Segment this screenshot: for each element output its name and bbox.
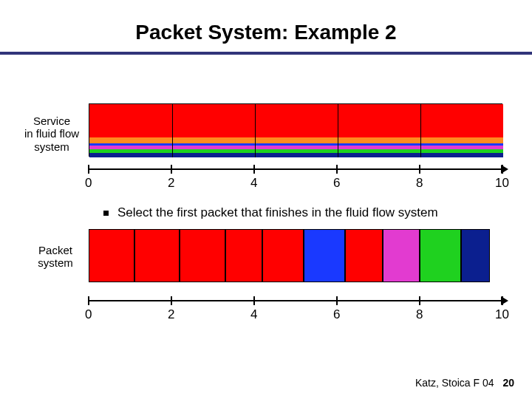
axis-tick-label: 10 xyxy=(495,176,509,191)
divider xyxy=(172,104,173,157)
slide: Packet System: Example 2 Service in flui… xyxy=(0,0,532,399)
axis-tick-label: 0 xyxy=(85,307,92,322)
axis-tick-label: 6 xyxy=(333,307,340,322)
footer: Katz, Stoica F 04 20 xyxy=(415,377,514,389)
fluid-axis: 0246810 xyxy=(89,168,502,170)
tick xyxy=(171,165,172,174)
packet-p7 xyxy=(345,229,382,282)
tick xyxy=(171,296,172,305)
fluid-band-flow-red xyxy=(89,104,503,137)
packet-timeline: 0246810 xyxy=(89,229,502,318)
axis-tick-label: 2 xyxy=(168,307,174,322)
divider xyxy=(420,104,421,157)
axis-tick-label: 6 xyxy=(333,176,340,191)
axis-tick-label: 10 xyxy=(495,307,509,322)
packet-p9 xyxy=(420,229,461,282)
packet-p1 xyxy=(89,229,134,282)
page-number: 20 xyxy=(502,377,514,389)
tick xyxy=(88,165,89,174)
tick xyxy=(419,165,420,174)
axis-tick-label: 0 xyxy=(85,176,92,191)
tick xyxy=(502,165,503,174)
axis-tick-label: 2 xyxy=(168,176,174,191)
bullet-icon xyxy=(103,211,109,216)
divider xyxy=(338,104,338,157)
axis-tick-label: 8 xyxy=(416,307,423,322)
packet-p6 xyxy=(304,229,345,282)
packet-axis: 0246810 xyxy=(89,300,502,301)
tick xyxy=(253,296,255,305)
bullet-text: Select the first packet that finishes in… xyxy=(103,205,438,220)
fluid-band-flow-navy xyxy=(89,153,503,157)
axis-tick-label: 4 xyxy=(250,307,257,322)
packet-row-label: Packet system xyxy=(30,244,81,270)
tick xyxy=(336,296,338,305)
fluid-timeline: 0246810 xyxy=(89,103,502,185)
bullet-label: Select the first packet that finishes in… xyxy=(117,205,438,219)
footer-text: Katz, Stoica F 04 xyxy=(415,377,494,389)
divider xyxy=(255,104,256,157)
packet-p10 xyxy=(461,229,490,282)
packet-track xyxy=(89,229,502,282)
page-title: Packet System: Example 2 xyxy=(0,0,532,44)
packet-p5 xyxy=(262,229,304,282)
tick xyxy=(502,296,503,305)
axis-tick-label: 8 xyxy=(416,176,423,191)
tick xyxy=(253,165,255,174)
packet-p2 xyxy=(134,229,180,282)
fluid-row-label: Service in fluid flow system xyxy=(22,115,81,153)
title-rule xyxy=(0,52,532,55)
packet-p4 xyxy=(225,229,262,282)
fluid-bar-stack xyxy=(89,103,502,157)
packet-p8 xyxy=(383,229,420,282)
tick xyxy=(336,165,338,174)
fluid-band-flow-orange xyxy=(89,137,503,143)
tick xyxy=(419,296,420,305)
axis-tick-label: 4 xyxy=(250,176,257,191)
packet-p3 xyxy=(180,229,225,282)
tick xyxy=(88,296,89,305)
